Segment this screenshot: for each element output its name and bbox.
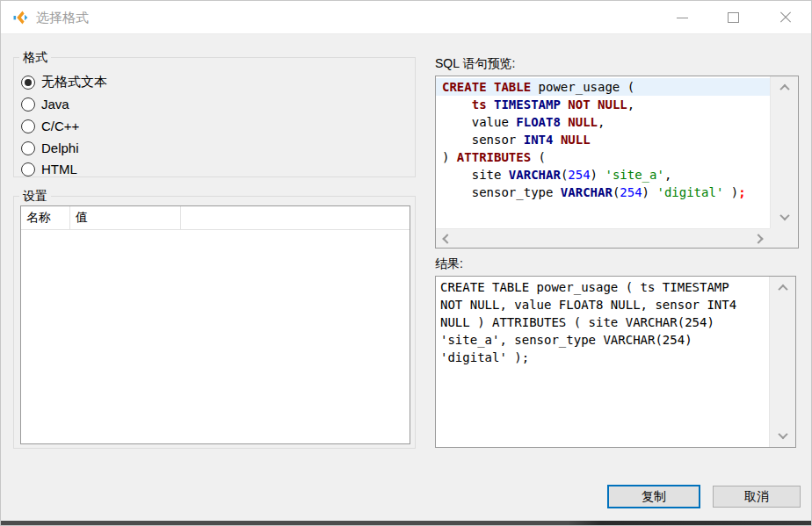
minimize-button[interactable]: [656, 1, 707, 34]
radio-option-html[interactable]: HTML: [21, 158, 77, 180]
titlebar[interactable]: 选择格式: [1, 1, 811, 34]
maximize-icon: [728, 12, 739, 23]
maximize-button[interactable]: [707, 1, 758, 34]
app-icon: [11, 9, 29, 26]
scroll-down-icon[interactable]: [770, 426, 795, 445]
radio-label: Java: [41, 97, 69, 112]
radio-option-delphi[interactable]: Delphi: [21, 137, 79, 159]
scrollbar-corner: [770, 228, 798, 248]
sql-code-line: ts TIMESTAMP NOT NULL,: [436, 96, 770, 113]
sql-code-line: site VARCHAR(254) 'site_a',: [436, 166, 770, 184]
radio-icon[interactable]: [21, 141, 35, 155]
close-button[interactable]: [758, 1, 812, 34]
sql-vertical-scrollbar[interactable]: [770, 76, 798, 228]
column-header-filler: [181, 206, 410, 229]
sql-horizontal-scrollbar[interactable]: [436, 228, 770, 248]
column-header-name[interactable]: 名称: [21, 206, 70, 229]
radio-icon[interactable]: [21, 119, 35, 133]
format-group-legend: 格式: [19, 49, 51, 65]
radio-option-plain-text[interactable]: 无格式文本: [21, 71, 107, 93]
scroll-up-icon[interactable]: [771, 78, 798, 97]
dialog-window: 选择格式 格式 无格式文本 Java C/C++ Delphi HTML 设置: [0, 0, 812, 526]
radio-label: Delphi: [41, 141, 79, 155]
format-groupbox: 格式 无格式文本 Java C/C++ Delphi HTML: [13, 57, 416, 177]
sql-preview-box: CREATE TABLE power_usage ( ts TIMESTAMP …: [435, 76, 799, 249]
copy-button[interactable]: 复制: [607, 485, 700, 508]
sql-code: CREATE TABLE power_usage ( ts TIMESTAMP …: [436, 76, 770, 228]
radio-icon[interactable]: [21, 76, 35, 90]
close-icon: [779, 11, 792, 24]
sql-code-line: sensor_type VARCHAR(254) 'digital' );: [436, 184, 770, 201]
result-box: CREATE TABLE power_usage ( ts TIMESTAMP …: [435, 276, 796, 448]
radio-label: HTML: [41, 162, 77, 177]
result-label: 结果:: [435, 256, 463, 272]
radio-icon[interactable]: [21, 97, 35, 112]
bottom-edge-strip: [1, 521, 811, 525]
radio-icon[interactable]: [21, 162, 35, 177]
radio-option-c-cpp[interactable]: C/C++: [21, 115, 79, 137]
radio-option-java[interactable]: Java: [21, 93, 69, 115]
sql-code-line: value FLOAT8 NULL,: [436, 113, 770, 131]
scroll-right-icon[interactable]: [749, 229, 768, 248]
sql-code-line: ) ATTRIBUTES (: [436, 148, 770, 166]
scroll-left-icon[interactable]: [438, 229, 457, 248]
settings-table-header: 名称 值: [21, 206, 410, 230]
result-vertical-scrollbar[interactable]: [769, 277, 795, 447]
sql-code-line: sensor INT4 NULL: [436, 131, 770, 148]
radio-label: C/C++: [41, 119, 79, 133]
scroll-up-icon[interactable]: [770, 278, 795, 298]
sql-code-line: CREATE TABLE power_usage (: [436, 78, 770, 96]
column-header-value[interactable]: 值: [70, 206, 181, 229]
result-text[interactable]: CREATE TABLE power_usage ( ts TIMESTAMP …: [436, 277, 769, 447]
settings-group-legend: 设置: [19, 188, 51, 204]
window-title: 选择格式: [36, 1, 89, 34]
settings-table[interactable]: 名称 值: [20, 205, 410, 444]
scroll-down-icon[interactable]: [771, 207, 798, 227]
radio-label: 无格式文本: [41, 74, 107, 90]
minimize-icon: [677, 18, 688, 18]
sql-preview-label: SQL 语句预览:: [435, 56, 515, 72]
cancel-button[interactable]: 取消: [713, 486, 801, 508]
